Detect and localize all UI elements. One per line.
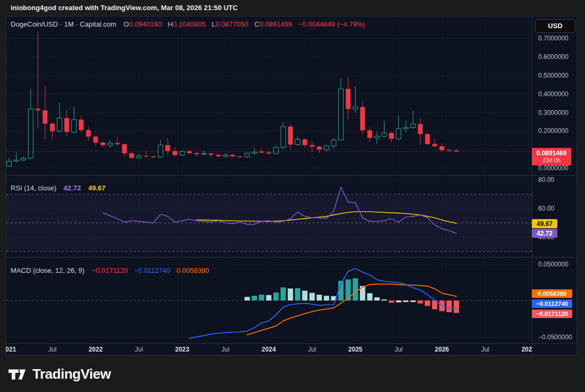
time-tick-label: Jul xyxy=(135,346,143,353)
macd-histogram-badge: −0.0171120 xyxy=(532,310,572,318)
ohlc-high: H0.1040805 xyxy=(168,20,206,28)
price-tick-label: 0.7000000 xyxy=(538,35,569,42)
time-tick-label: 2026 xyxy=(435,346,449,353)
time-tick-label: 2023 xyxy=(175,346,189,353)
rsi-tick-label: 60.00 xyxy=(538,205,554,212)
ohlc-open: O0.0940180 xyxy=(123,20,162,28)
price-tick-label: 0.6000000 xyxy=(538,53,569,61)
time-tick-label: 2025 xyxy=(348,346,363,353)
time-tick-label: Jul xyxy=(481,346,489,353)
rsi-legend[interactable]: RSI (14, close) 42.72 49.67 xyxy=(11,184,105,192)
rsi-ma-value: 49.67 xyxy=(88,184,106,192)
macd-line-badge: −0.0112740 xyxy=(532,299,572,308)
time-tick-label: 2022 xyxy=(88,346,103,353)
rsi-title: RSI (14, close) xyxy=(11,184,56,192)
price-tick-label: 0.2000000 xyxy=(538,127,569,135)
price-tick-label: 0.0000000 xyxy=(538,164,569,172)
macd-signal-badge: 0.0058380 xyxy=(532,289,572,298)
rsi-tick-label: 80.00 xyxy=(538,176,554,184)
macd-title: MACD (close, 12, 26, 9) xyxy=(11,266,85,274)
macd-histogram-value: −0.0171120 xyxy=(91,266,128,274)
symbol-title: DogeCoin/USD · 1M · Capital.com xyxy=(11,20,116,28)
currency-toggle-button[interactable]: USD xyxy=(535,19,575,33)
symbol-legend[interactable]: DogeCoin/USD · 1M · Capital.com O0.09401… xyxy=(11,20,370,28)
rsi-value-badge: 42.72 xyxy=(532,229,557,238)
last-price-badge: 0.0891469 23d 0h xyxy=(532,148,571,165)
attribution-text: iniobong4god created with TradingView.co… xyxy=(11,4,238,12)
macd-tick-label: −0.0500000 xyxy=(538,333,572,341)
price-tick-label: 0.3000000 xyxy=(538,109,569,116)
ohlc-close: C0.0891469 xyxy=(254,20,292,28)
last-price: 0.0891469 xyxy=(537,149,567,157)
time-scale[interactable]: 2021Jul2022Jul2023Jul2024Jul2025Jul2026J… xyxy=(6,343,532,355)
macd-legend[interactable]: MACD (close, 12, 26, 9) −0.0171120 −0.01… xyxy=(11,266,209,274)
tradingview-logo[interactable]: TradingView xyxy=(7,364,111,384)
macd-line-value: −0.0112740 xyxy=(134,266,170,274)
price-change: −0.0044849 (−4.79%) xyxy=(298,20,365,28)
rsi-ma-badge: 49.67 xyxy=(532,219,557,228)
time-tick-label: 2027 xyxy=(521,346,532,353)
price-tick-label: 0.5000000 xyxy=(538,72,569,79)
attribution-bar: iniobong4god created with TradingView.co… xyxy=(0,0,585,15)
price-tick-label: 0.4000000 xyxy=(538,90,569,98)
bar-countdown: 23d 0h xyxy=(542,157,561,164)
time-tick-label: 2021 xyxy=(6,346,16,353)
rsi-value: 42.72 xyxy=(64,184,81,192)
time-tick-label: Jul xyxy=(221,346,229,353)
time-tick-label: Jul xyxy=(48,346,56,353)
tradingview-snapshot: { "attribution": "iniobong4god created w… xyxy=(0,0,585,392)
tradingview-logo-text: TradingView xyxy=(32,366,111,382)
time-tick-label: Jul xyxy=(395,346,403,353)
tradingview-logo-icon xyxy=(7,365,28,382)
ohlc-low: L0.0877050 xyxy=(212,20,248,28)
macd-tick-label: 0.0500000 xyxy=(538,261,569,268)
macd-signal-value: 0.0058380 xyxy=(177,266,209,274)
time-tick-label: 2024 xyxy=(262,346,276,353)
time-tick-label: Jul xyxy=(308,346,316,353)
